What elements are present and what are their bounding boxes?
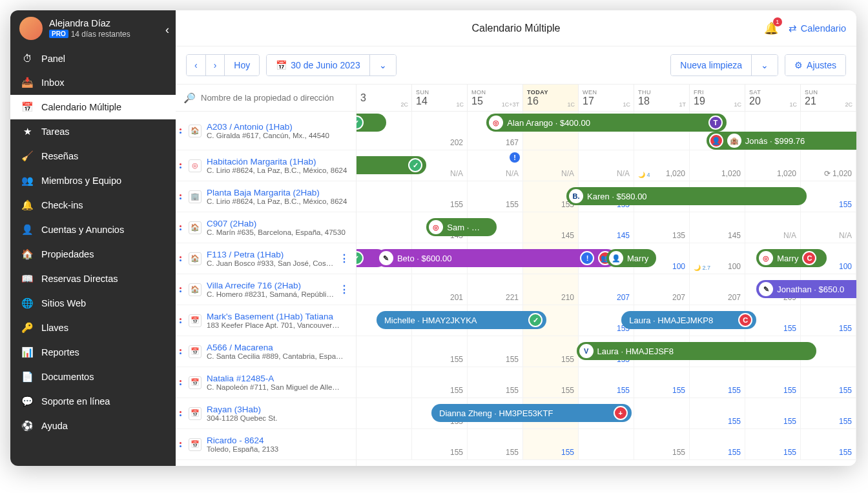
timeline-cell[interactable]: 1,020 — [690, 150, 745, 181]
booking[interactable]: ◎MarryC — [756, 249, 826, 267]
timeline-cell[interactable]: 221 — [468, 274, 523, 305]
timeline-cell[interactable] — [356, 429, 412, 459]
timeline-cell[interactable]: 155 — [468, 367, 523, 397]
timeline-cell[interactable]: 155 — [801, 429, 856, 459]
day-header-cell[interactable]: TODAY161C — [523, 85, 579, 111]
timeline-cell[interactable]: 207 — [634, 274, 690, 305]
timeline-cell[interactable]: N/A — [801, 212, 856, 243]
drag-handle[interactable] — [180, 318, 183, 323]
booking[interactable]: 👤Marry — [606, 249, 656, 267]
timeline-cell[interactable]: 155 — [412, 336, 468, 367]
booking[interactable]: ◎Alan Arango · $400.00T — [486, 114, 727, 132]
nav-item-miembros-y-equipo[interactable]: 👥Miembros y Equipo — [10, 168, 176, 193]
more-icon[interactable]: ⋮ — [339, 252, 349, 265]
nav-item-cuentas-y-anuncios[interactable]: 👤Cuentas y Anuncios — [10, 217, 176, 242]
timeline-cell[interactable]: 155 — [468, 336, 523, 367]
property-row[interactable]: 📅 Rayan (3Hab)304-1128 Quebec St. — [176, 398, 356, 429]
drag-handle[interactable] — [180, 256, 183, 261]
booking[interactable]: ◎Sam · … — [426, 218, 496, 236]
timeline-cell[interactable]: 155 — [412, 429, 468, 459]
timeline-cell[interactable]: 155 — [468, 181, 523, 212]
timeline-cell[interactable]: 155 — [468, 429, 523, 459]
timeline-cell[interactable]: N/A — [745, 212, 801, 243]
new-cleaning-button[interactable]: Nueva limpieza — [671, 55, 752, 75]
timeline-cell[interactable]: 155 — [523, 429, 579, 459]
nav-item-soporte-en-línea[interactable]: 💬Soporte en línea — [10, 389, 176, 414]
nav-item-reseñas[interactable]: 🧹Reseñas — [10, 144, 176, 168]
timeline-cell[interactable] — [356, 274, 412, 305]
day-header-cell[interactable]: SUN212C — [801, 85, 856, 111]
property-row[interactable]: 🏠 C907 (2Hab)C. Marín #635, Barcelona, E… — [176, 212, 356, 243]
timeline-cell[interactable]: N/A! — [468, 150, 523, 181]
timeline-cell[interactable]: 155 — [745, 398, 801, 428]
timeline-cell[interactable] — [356, 398, 412, 428]
property-row[interactable]: 📅 A566 / MacarenaC. Santa Cecilia #889, … — [176, 336, 356, 367]
timeline-cell[interactable]: 155 — [412, 367, 468, 397]
nav-item-documentos[interactable]: 📄Documentos — [10, 365, 176, 389]
property-row[interactable]: 📅 Ricardo - 8624Toledo, España, 2133 — [176, 429, 356, 460]
timeline-cell[interactable]: 155 — [801, 181, 856, 212]
timeline-cell[interactable]: 155 — [745, 429, 801, 459]
timeline-cell[interactable] — [356, 336, 412, 367]
timeline-cell[interactable]: 155 — [801, 398, 856, 428]
timeline-cell[interactable]: 155 — [690, 367, 745, 397]
timeline-cell[interactable]: 1,020 — [745, 150, 801, 181]
day-header-cell[interactable]: THU181T — [634, 85, 690, 111]
timeline-cell[interactable]: 145 — [579, 212, 634, 243]
booking[interactable]: ✓ — [356, 156, 426, 174]
booking[interactable]: ✓ — [356, 114, 386, 132]
property-row[interactable]: ◎ Habitación Margarita (1Hab)C. Lirio #8… — [176, 150, 356, 181]
drag-handle[interactable] — [180, 225, 183, 230]
nav-item-inbox[interactable]: 📥Inbox — [10, 70, 176, 95]
drag-handle[interactable] — [180, 442, 183, 447]
day-header-cell[interactable]: SUN141C — [412, 85, 468, 111]
timeline-cell[interactable]: 210 — [523, 274, 579, 305]
property-search-input[interactable] — [201, 93, 348, 103]
day-header-cell[interactable]: WEN171C — [579, 85, 634, 111]
timeline-cell[interactable]: 155 — [412, 181, 468, 212]
booking[interactable]: VLaura · HMAJEJSF8 — [577, 342, 817, 360]
date-picker-button[interactable]: 📅 30 de Junio 2023 — [267, 55, 369, 75]
timeline-cell[interactable]: 155 — [801, 305, 856, 336]
property-row[interactable]: 📅 Mark's Basement (1Hab) Tatiana183 Keef… — [176, 305, 356, 336]
timeline-cell[interactable]: 🌙 41,020 — [634, 150, 690, 181]
property-row[interactable]: 🏠 F113 / Petra (1Hab)C. Juan Bosco #933,… — [176, 243, 356, 274]
day-header-cell[interactable]: FRI191C — [690, 85, 745, 111]
prev-button[interactable]: ‹ — [187, 55, 206, 75]
nav-item-sitios-web[interactable]: 🌐Sitios Web — [10, 291, 176, 316]
nav-item-panel[interactable]: ⏱Panel — [10, 46, 176, 70]
timeline-cell[interactable]: 155 — [690, 398, 745, 428]
booking[interactable]: Dianna Zheng · HM3PE53KTF+ — [431, 404, 632, 422]
nav-item-check-ins[interactable]: 🔔Check-ins — [10, 193, 176, 217]
drag-handle[interactable] — [180, 163, 183, 168]
property-row[interactable]: 🏢 Planta Baja Margarita (2Hab)C. Lirio #… — [176, 181, 356, 212]
day-header-cell[interactable]: SAT201C — [745, 85, 801, 111]
property-row[interactable]: 📅 Natalia #12485-AC. Napoleón #711, San … — [176, 367, 356, 398]
today-button[interactable]: Hoy — [225, 55, 259, 75]
timeline-cell[interactable]: 145 — [523, 212, 579, 243]
booking[interactable]: 👤🏨Jonás · $999.76 — [707, 132, 856, 150]
timeline-cell[interactable]: 155 — [801, 367, 856, 397]
timeline-cell[interactable]: 155 — [579, 367, 634, 397]
property-row[interactable]: 🏠 A203 / Antonio (1Hab)C. Giralda #617, … — [176, 112, 356, 150]
timeline-cell[interactable]: 202 — [412, 112, 468, 150]
timeline-cell[interactable]: 155 — [745, 367, 801, 397]
drag-handle[interactable] — [180, 128, 183, 134]
timeline-cell[interactable]: 207 — [579, 274, 634, 305]
timeline-cell[interactable]: 155 — [690, 429, 745, 459]
drag-handle[interactable] — [180, 194, 183, 199]
avatar[interactable] — [19, 17, 43, 40]
booking[interactable]: Michelle · HMAY2JKYKA✓ — [377, 311, 546, 329]
settings-button[interactable]: ⚙ Ajustes — [785, 55, 845, 75]
day-header-cell[interactable]: MON151C+3T — [468, 85, 523, 111]
timeline-cell[interactable]: 155 — [523, 336, 579, 367]
nav-item-ayuda[interactable]: ⚽Ayuda — [10, 414, 176, 438]
booking[interactable]: ✎Beto · $600.00!👥 — [377, 249, 617, 267]
nav-item-llaves[interactable]: 🔑Llaves — [10, 316, 176, 340]
timeline-cell[interactable]: 145 — [690, 212, 745, 243]
notifications-button[interactable]: 🔔 1 — [764, 21, 778, 35]
timeline-cell[interactable] — [356, 212, 412, 243]
timeline-cell[interactable]: 201 — [412, 274, 468, 305]
timeline-cell[interactable]: 🌙 2.7100 — [690, 243, 745, 274]
more-icon[interactable]: ⋮ — [339, 283, 349, 296]
